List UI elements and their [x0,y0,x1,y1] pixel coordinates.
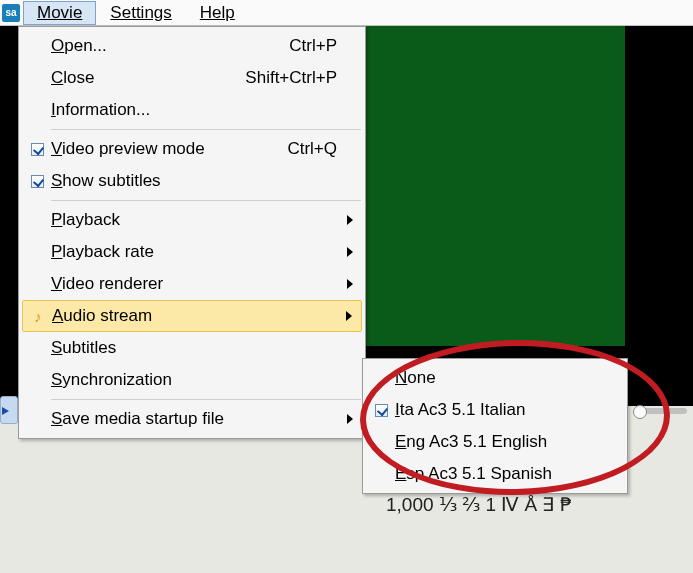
menu-item-subtitles[interactable]: Subtitles [21,332,363,364]
menu-item-label: Subtitles [51,338,343,358]
menu-item-label: Video preview mode [51,139,287,159]
menu-separator [51,399,361,400]
menu-item-label: Open... [51,36,289,56]
movie-menu: Open...Ctrl+PCloseShift+Ctrl+PInformatio… [18,26,366,439]
submenu-item-none[interactable]: None [365,362,625,394]
menu-item-information[interactable]: Information... [21,94,363,126]
menu-item-label: Save media startup file [51,409,343,429]
menu-item-label: Close [51,68,245,88]
menubar-label: Settings [110,3,171,22]
checkbox-icon [375,404,388,417]
play-icon [2,407,9,415]
submenu-arrow-icon [347,215,353,225]
menubar-item-help[interactable]: Help [186,1,249,25]
submenu-item-label: None [395,368,619,388]
submenu-item-label: Eng Ac3 5.1 English [395,432,619,452]
menu-item-video-renderer[interactable]: Video renderer [21,268,363,300]
submenu-item-ita-ac3-5-1-italian[interactable]: Ita Ac3 5.1 Italian [365,394,625,426]
menu-item-label: Show subtitles [51,171,343,191]
menu-item-synchronization[interactable]: Synchronization [21,364,363,396]
menu-item-label: Playback [51,210,343,230]
submenu-item-eng-ac3-5-1-english[interactable]: Eng Ac3 5.1 English [365,426,625,458]
submenu-arrow-icon [347,247,353,257]
menu-item-show-subtitles[interactable]: Show subtitles [21,165,363,197]
menubar-item-movie[interactable]: Movie [23,1,96,25]
menu-item-label: Audio stream [52,306,342,326]
app-icon: sa [2,4,20,22]
music-note-icon: ♪ [34,308,42,325]
menu-item-audio-stream[interactable]: ♪Audio stream [22,300,362,332]
menu-item-open[interactable]: Open...Ctrl+P [21,30,363,62]
menu-item-save-media-startup-file[interactable]: Save media startup file [21,403,363,435]
menu-item-label: Information... [51,100,343,120]
menu-separator [51,200,361,201]
checkbox-icon [31,143,44,156]
menu-item-shortcut: Shift+Ctrl+P [245,68,343,88]
menubar-item-settings[interactable]: Settings [96,1,185,25]
sample-text: 1,000 ⅓ ⅔ 1 Ⅳ Å ∃ ₱ [386,493,572,516]
menu-item-video-preview-mode[interactable]: Video preview modeCtrl+Q [21,133,363,165]
submenu-arrow-icon [346,311,352,321]
seek-slider[interactable] [639,408,687,414]
menu-item-playback-rate[interactable]: Playback rate [21,236,363,268]
menu-item-label: Video renderer [51,274,343,294]
menu-item-label: Playback rate [51,242,343,262]
menubar-label: Help [200,3,235,22]
menu-item-label: Synchronization [51,370,343,390]
menu-item-close[interactable]: CloseShift+Ctrl+P [21,62,363,94]
menu-separator [51,129,361,130]
checkbox-icon [31,175,44,188]
submenu-item-label: Esp Ac3 5.1 Spanish [395,464,619,484]
submenu-arrow-icon [347,414,353,424]
audio-stream-submenu: NoneIta Ac3 5.1 ItalianEng Ac3 5.1 Engli… [362,358,628,494]
menu-item-shortcut: Ctrl+P [289,36,343,56]
menu-item-shortcut: Ctrl+Q [287,139,343,159]
menubar-label: Movie [37,3,82,22]
submenu-item-label: Ita Ac3 5.1 Italian [395,400,619,420]
menu-item-playback[interactable]: Playback [21,204,363,236]
menubar: sa Movie Settings Help [0,0,693,26]
submenu-arrow-icon [347,279,353,289]
submenu-item-esp-ac3-5-1-spanish[interactable]: Esp Ac3 5.1 Spanish [365,458,625,490]
